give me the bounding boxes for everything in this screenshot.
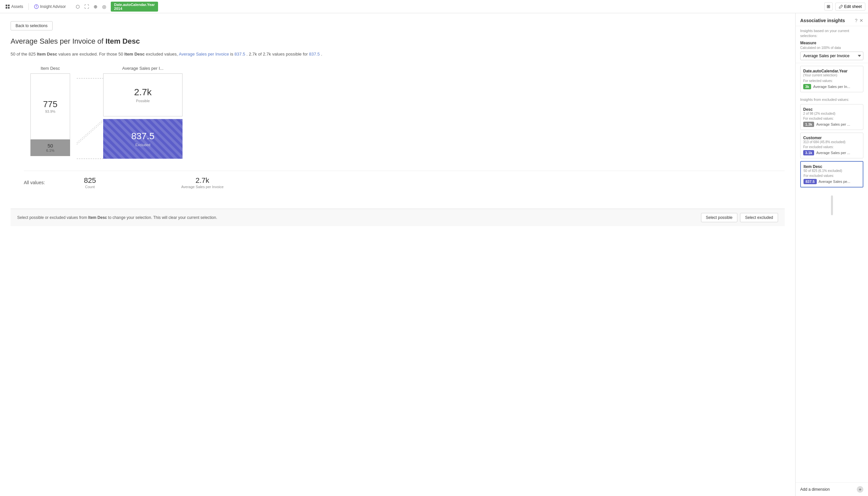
chart-wrapper: 775 93.9% 50 6.1% [24,73,785,163]
insight-val-row-2: 837.5 Average Sales pe... [804,179,860,184]
pencil-icon [839,5,843,9]
desc-link1[interactable]: Average Sales per Invoice [179,51,229,57]
sel-val-row: 3k Average Sales per In... [803,84,861,89]
add-dimension-btn[interactable]: + [857,486,863,493]
insight-val-row-0: 1.3k Average Sales per ... [803,122,861,127]
right-col-label: Average Sales per I... [122,66,164,71]
bottom-field: Item Desc [88,215,107,220]
right-chart-col: 2.7k Possible 837.5 Excluded [103,73,183,163]
title-post: Item Desc [106,37,140,45]
insight-sub-1: 313 of 684 (45.8% excluded) [803,140,861,144]
sel-card-title: Date.autoCalendar.Year [803,69,861,73]
title-of: of [97,37,106,45]
left-bar-col: 775 93.9% 50 6.1% [24,73,77,163]
desc-field1: Item Desc [37,51,57,57]
avg-block: 2.7k Average Sales per Invoice [163,176,242,189]
help-icon-btn[interactable]: ? [855,18,857,23]
bottom-pre: Select possible or excluded values from [17,215,87,220]
excluded-val: 837.5 [131,131,154,141]
topbar: Assets Insight Advisor ⬡ ⛶ ⊕ ◎ Date.auto… [0,0,868,13]
measure-select[interactable]: Average Sales per Invoice [800,51,863,60]
left-col-label: Item Desc [41,66,60,71]
svg-line-8 [77,121,103,144]
all-values-label: All values: [24,180,57,185]
desc-val1: 837.5 [234,51,245,57]
bottom-bar-text: Select possible or excluded values from … [17,215,696,220]
insight-card-item-desc[interactable]: Item Desc 50 of 825 (6.1% excluded) For … [800,161,863,187]
count-num: 825 [84,176,96,185]
assets-label: Assets [11,4,23,9]
desc-mid2: excluded values, [146,51,178,57]
assets-icon [5,4,10,9]
topbar-divider [28,3,29,10]
svg-rect-0 [6,5,7,6]
insight-val-2: Average Sales pe... [819,180,851,184]
back-to-selections-btn[interactable]: Back to selections [11,21,52,30]
insight-badge-2: 837.5 [804,179,817,184]
possible-val: 2.7k [134,87,152,97]
sel-val-text: Average Sales per In... [813,84,850,89]
edit-sheet-btn[interactable]: Edit sheet [835,3,865,11]
chip-value: 2014 [114,6,122,11]
sidebar-footer: Add a dimension + [795,482,868,496]
zoom-icon[interactable]: ⊕ [92,3,99,11]
svg-rect-1 [8,5,10,6]
insight-sub-2: 50 of 825 (6.1% excluded) [804,169,860,173]
toolbar-icons: ⬡ ⛶ ⊕ ◎ [74,3,108,11]
expand-icon[interactable]: ⛶ [82,3,91,11]
sel-card-sub: (Your current selection) [803,73,861,77]
svg-point-5 [36,7,37,8]
avg-num: 2.7k [196,176,209,185]
topbar-right: ⊞ Edit sheet [824,2,865,11]
connector-lines [77,73,103,163]
excluded-section-label: Insights from excluded values: [800,97,863,102]
desc-pre: 50 of the 825 [11,51,36,57]
insight-title-1: Customer [803,136,861,140]
svg-line-7 [77,120,103,143]
svg-rect-3 [8,7,10,9]
insight-advisor-tab[interactable]: Insight Advisor [31,3,68,10]
close-icon-btn[interactable]: ✕ [859,18,863,23]
select-excluded-btn[interactable]: Select excluded [740,213,778,222]
insight-badge-0: 1.3k [803,122,814,127]
scroll-indicator-area [795,193,868,218]
assets-tab[interactable]: Assets [3,3,26,10]
lasso-icon[interactable]: ⬡ [74,3,82,11]
desc-val2: 837.5 [309,51,320,57]
bottom-bar: Select possible or excluded values from … [11,208,785,226]
title-pre: Average Sales per Invoice [11,37,95,45]
connector-svg [77,77,103,159]
insight-sub-0: 2 of 98 (2% excluded) [803,112,861,115]
desc-rest: . 2.7k of 2.7k values possible for [246,51,308,57]
bottom-actions: Select possible Select excluded [701,213,778,222]
possible-box: 2.7k Possible [103,73,183,117]
count-label: Count [85,185,95,189]
insight-card-desc[interactable]: Desc 2 of 98 (2% excluded) For excluded … [800,104,863,130]
measure-label: Measure [800,41,863,45]
avg-label: Average Sales per Invoice [181,185,223,189]
content-area: Back to selections Average Sales per Inv… [0,13,795,496]
grid-view-btn[interactable]: ⊞ [824,2,833,11]
target-icon[interactable]: ◎ [100,3,108,11]
select-possible-btn[interactable]: Select possible [701,213,738,222]
insight-card-customer[interactable]: Customer 313 of 684 (45.8% excluded) For… [800,133,863,158]
insight-badge-1: 3.1k [803,150,814,155]
sel-badge: 3k [803,84,811,89]
page-title: Average Sales per Invoice of Item Desc [11,37,785,46]
bar-top-num: 775 [43,99,57,109]
add-dimension-label: Add a dimension [800,487,830,492]
count-block: 825 Count [70,176,110,189]
insight-val-row-1: 3.1k Average Sales per ... [803,150,861,155]
excluded-label: Excluded [135,143,150,147]
bar-excluded-segment: 50 6.1% [30,140,70,156]
bar-bottom-num: 50 [48,143,53,149]
excluded-section: Insights from excluded values: Desc 2 of… [795,95,868,193]
description: 50 of the 825 Item Desc values are exclu… [11,51,785,58]
selection-chip[interactable]: Date.autoCalendar.Year 2014 [111,2,158,12]
insight-advisor-label: Insight Advisor [40,4,66,9]
bottom-post: to change your selection. This will clea… [108,215,217,220]
sel-for-label: For selected values: [803,79,861,83]
right-sidebar: Associative insights ? ✕ Insights based … [795,13,868,496]
insight-val-0: Average Sales per ... [816,122,850,126]
bar-top-pct: 93.9% [45,109,55,113]
